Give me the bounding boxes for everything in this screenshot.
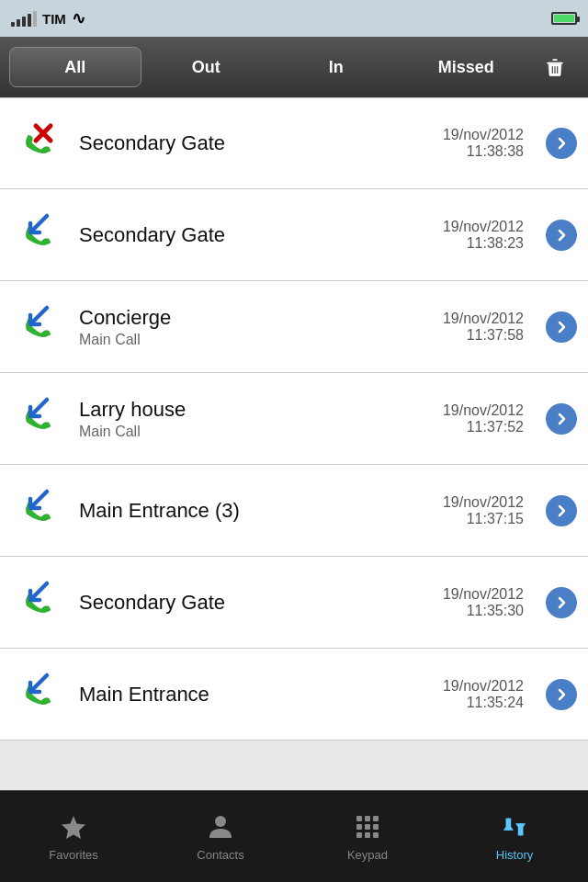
svg-marker-27 xyxy=(515,823,526,831)
call-info: Secondary Gate xyxy=(79,591,430,615)
svg-rect-21 xyxy=(356,832,362,838)
call-detail-button[interactable] xyxy=(546,403,577,435)
call-detail-button[interactable] xyxy=(546,128,577,159)
wifi-icon: ∿ xyxy=(72,8,85,28)
call-time: 19/nov/2012 11:38:38 xyxy=(443,127,524,160)
call-name: Secondary Gate xyxy=(79,223,430,247)
nav-item-keypad[interactable]: Keypad xyxy=(294,802,441,871)
svg-rect-22 xyxy=(365,832,370,838)
call-info: Secondary Gate xyxy=(79,131,430,155)
call-name: Larry house xyxy=(79,398,430,422)
signal-bars xyxy=(11,10,37,27)
svg-rect-18 xyxy=(356,824,362,830)
call-detail-button[interactable] xyxy=(546,679,577,710)
call-item: Secondary Gate 19/nov/2012 11:35:30 xyxy=(0,557,588,649)
nav-label-history: History xyxy=(496,848,533,862)
call-detail-button[interactable] xyxy=(546,495,577,526)
svg-line-7 xyxy=(32,216,47,231)
nav-label-favorites: Favorites xyxy=(49,848,97,862)
nav-label-keypad: Keypad xyxy=(347,848,388,862)
svg-line-10 xyxy=(32,492,47,506)
call-item: Main Entrance 19/nov/2012 11:35:24 xyxy=(0,649,588,741)
call-name: Main Entrance (3) xyxy=(79,499,430,523)
svg-line-8 xyxy=(32,308,47,322)
call-type-icon-missed xyxy=(11,116,66,171)
call-time: 19/nov/2012 11:37:58 xyxy=(443,311,524,344)
svg-rect-0 xyxy=(547,62,563,64)
call-name: Secondary Gate xyxy=(79,131,430,155)
call-item: Concierge Main Call 19/nov/2012 11:37:58 xyxy=(0,281,588,373)
call-sub: Main Call xyxy=(79,332,430,348)
call-name: Secondary Gate xyxy=(79,591,430,615)
call-info: Main Entrance xyxy=(79,683,430,707)
call-time: 19/nov/2012 11:35:24 xyxy=(443,678,524,711)
call-info: Main Entrance (3) xyxy=(79,499,430,523)
call-time: 19/nov/2012 11:35:30 xyxy=(443,586,524,619)
call-list: Secondary Gate 19/nov/2012 11:38:38 S xyxy=(0,97,588,741)
call-name: Concierge xyxy=(79,306,430,330)
call-type-icon-in xyxy=(11,575,66,630)
svg-line-9 xyxy=(32,400,47,414)
call-detail-button[interactable] xyxy=(546,587,577,618)
svg-rect-17 xyxy=(373,816,379,821)
call-info: Concierge Main Call xyxy=(79,306,430,348)
call-sub: Main Call xyxy=(79,424,430,440)
call-name: Main Entrance xyxy=(79,683,430,707)
tab-out[interactable]: Out xyxy=(141,47,272,87)
battery-icon xyxy=(551,12,577,25)
call-time: 19/nov/2012 11:38:23 xyxy=(443,219,524,252)
nav-item-favorites[interactable]: Favorites xyxy=(0,802,147,871)
bottom-nav: Favorites Contacts Keypad xyxy=(0,790,588,882)
history-icon xyxy=(499,811,530,842)
svg-rect-19 xyxy=(365,824,370,830)
keypad-icon xyxy=(352,811,383,842)
svg-rect-20 xyxy=(373,824,379,830)
carrier-name: TIM xyxy=(42,11,66,27)
svg-rect-23 xyxy=(373,832,379,838)
svg-marker-13 xyxy=(62,816,85,839)
call-detail-button[interactable] xyxy=(546,311,577,343)
call-time: 19/nov/2012 11:37:52 xyxy=(443,402,524,435)
svg-rect-16 xyxy=(365,816,370,821)
trash-button[interactable] xyxy=(531,47,579,87)
call-type-icon-in xyxy=(11,483,66,538)
tab-missed[interactable]: Missed xyxy=(401,47,532,87)
nav-label-contacts: Contacts xyxy=(197,848,243,862)
svg-rect-1 xyxy=(552,59,557,61)
svg-rect-15 xyxy=(356,816,362,821)
nav-item-history[interactable]: History xyxy=(441,802,588,871)
call-info: Larry house Main Call xyxy=(79,398,430,440)
star-icon xyxy=(58,811,89,842)
call-type-icon-in xyxy=(11,300,66,355)
call-type-icon-in xyxy=(11,391,66,447)
tab-all[interactable]: All xyxy=(9,47,141,87)
svg-point-14 xyxy=(215,816,226,827)
nav-item-contacts[interactable]: Contacts xyxy=(147,802,294,871)
call-time: 19/nov/2012 11:37:15 xyxy=(443,494,524,527)
call-item: Main Entrance (3) 19/nov/2012 11:37:15 xyxy=(0,465,588,557)
top-tab-bar: All Out In Missed xyxy=(0,37,588,97)
tab-in[interactable]: In xyxy=(271,47,401,87)
call-type-icon-in xyxy=(11,667,66,722)
svg-line-12 xyxy=(32,675,47,690)
call-type-icon-in xyxy=(11,208,66,263)
call-detail-button[interactable] xyxy=(546,220,577,251)
call-item: Secondary Gate 19/nov/2012 11:38:23 xyxy=(0,189,588,281)
svg-line-11 xyxy=(32,583,47,598)
status-bar: TIM ∿ xyxy=(0,0,588,37)
call-item: Larry house Main Call 19/nov/2012 11:37:… xyxy=(0,373,588,465)
call-item: Secondary Gate 19/nov/2012 11:38:38 xyxy=(0,97,588,189)
person-icon xyxy=(205,811,236,842)
svg-marker-25 xyxy=(503,823,514,831)
call-info: Secondary Gate xyxy=(79,223,430,247)
